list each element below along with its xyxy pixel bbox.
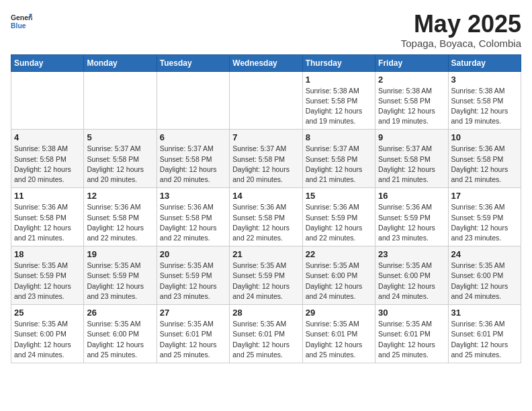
week-row-1: 1Sunrise: 5:38 AM Sunset: 5:58 PM Daylig… — [11, 71, 521, 130]
day-number: 19 — [87, 249, 153, 259]
day-info: Sunrise: 5:35 AM Sunset: 5:59 PM Dayligh… — [232, 261, 299, 302]
day-number: 2 — [378, 75, 445, 85]
calendar-cell: 30Sunrise: 5:35 AM Sunset: 6:01 PM Dayli… — [375, 305, 448, 363]
week-row-5: 25Sunrise: 5:35 AM Sunset: 6:00 PM Dayli… — [11, 305, 521, 363]
calendar-cell: 2Sunrise: 5:38 AM Sunset: 5:58 PM Daylig… — [375, 71, 448, 130]
weekday-header-monday: Monday — [84, 54, 157, 71]
day-info: Sunrise: 5:38 AM Sunset: 5:58 PM Dayligh… — [378, 86, 445, 127]
day-number: 10 — [451, 132, 518, 142]
calendar-cell: 15Sunrise: 5:36 AM Sunset: 5:59 PM Dayli… — [302, 188, 375, 246]
day-number: 7 — [232, 132, 299, 142]
day-info: Sunrise: 5:36 AM Sunset: 5:59 PM Dayligh… — [378, 202, 445, 243]
day-number: 11 — [14, 191, 81, 201]
day-info: Sunrise: 5:35 AM Sunset: 6:00 PM Dayligh… — [451, 261, 518, 302]
day-info: Sunrise: 5:37 AM Sunset: 5:58 PM Dayligh… — [378, 144, 445, 185]
day-number: 9 — [378, 132, 445, 142]
title-block: May 2025 Topaga, Boyaca, Colombia — [401, 11, 521, 49]
day-number: 23 — [378, 249, 445, 259]
day-info: Sunrise: 5:35 AM Sunset: 5:59 PM Dayligh… — [160, 261, 226, 302]
day-number: 17 — [451, 191, 518, 201]
day-info: Sunrise: 5:36 AM Sunset: 5:58 PM Dayligh… — [451, 144, 518, 185]
day-number: 16 — [378, 191, 445, 201]
day-info: Sunrise: 5:36 AM Sunset: 5:58 PM Dayligh… — [232, 202, 299, 243]
day-number: 6 — [160, 132, 226, 142]
day-info: Sunrise: 5:36 AM Sunset: 5:59 PM Dayligh… — [306, 202, 372, 243]
weekday-header-wednesday: Wednesday — [230, 54, 302, 71]
day-info: Sunrise: 5:37 AM Sunset: 5:58 PM Dayligh… — [306, 144, 372, 185]
calendar-cell: 3Sunrise: 5:38 AM Sunset: 5:58 PM Daylig… — [448, 71, 521, 130]
svg-text:General: General — [11, 14, 32, 21]
week-row-3: 11Sunrise: 5:36 AM Sunset: 5:58 PM Dayli… — [11, 188, 521, 246]
svg-text:Blue: Blue — [11, 22, 26, 30]
day-info: Sunrise: 5:38 AM Sunset: 5:58 PM Dayligh… — [306, 86, 372, 127]
page-header: General Blue May 2025 Topaga, Boyaca, Co… — [11, 11, 521, 49]
day-info: Sunrise: 5:35 AM Sunset: 6:01 PM Dayligh… — [306, 319, 372, 360]
calendar-table: SundayMondayTuesdayWednesdayThursdayFrid… — [11, 54, 521, 363]
calendar-cell: 4Sunrise: 5:38 AM Sunset: 5:58 PM Daylig… — [11, 130, 84, 188]
day-info: Sunrise: 5:37 AM Sunset: 5:58 PM Dayligh… — [232, 144, 299, 185]
day-info: Sunrise: 5:35 AM Sunset: 5:59 PM Dayligh… — [87, 261, 153, 302]
day-info: Sunrise: 5:37 AM Sunset: 5:58 PM Dayligh… — [160, 144, 226, 185]
calendar-cell — [84, 71, 157, 130]
week-row-4: 18Sunrise: 5:35 AM Sunset: 5:59 PM Dayli… — [11, 246, 521, 305]
weekday-header-tuesday: Tuesday — [157, 54, 229, 71]
day-info: Sunrise: 5:35 AM Sunset: 6:00 PM Dayligh… — [306, 261, 372, 302]
day-number: 31 — [451, 308, 518, 318]
calendar-cell: 6Sunrise: 5:37 AM Sunset: 5:58 PM Daylig… — [157, 130, 229, 188]
calendar-cell: 1Sunrise: 5:38 AM Sunset: 5:58 PM Daylig… — [302, 71, 375, 130]
calendar-cell: 12Sunrise: 5:36 AM Sunset: 5:58 PM Dayli… — [84, 188, 157, 246]
day-info: Sunrise: 5:38 AM Sunset: 5:58 PM Dayligh… — [451, 86, 518, 127]
calendar-cell: 21Sunrise: 5:35 AM Sunset: 5:59 PM Dayli… — [230, 246, 302, 305]
calendar-cell: 8Sunrise: 5:37 AM Sunset: 5:58 PM Daylig… — [302, 130, 375, 188]
day-info: Sunrise: 5:38 AM Sunset: 5:58 PM Dayligh… — [14, 144, 81, 185]
weekday-header-row: SundayMondayTuesdayWednesdayThursdayFrid… — [11, 54, 521, 71]
day-number: 22 — [306, 249, 372, 259]
location-title: Topaga, Boyaca, Colombia — [401, 38, 521, 49]
day-info: Sunrise: 5:35 AM Sunset: 6:00 PM Dayligh… — [378, 261, 445, 302]
calendar-cell: 18Sunrise: 5:35 AM Sunset: 5:59 PM Dayli… — [11, 246, 84, 305]
calendar-cell: 14Sunrise: 5:36 AM Sunset: 5:58 PM Dayli… — [230, 188, 302, 246]
logo: General Blue — [11, 11, 32, 32]
calendar-cell: 25Sunrise: 5:35 AM Sunset: 6:00 PM Dayli… — [11, 305, 84, 363]
calendar-cell: 13Sunrise: 5:36 AM Sunset: 5:58 PM Dayli… — [157, 188, 229, 246]
day-info: Sunrise: 5:35 AM Sunset: 5:59 PM Dayligh… — [14, 261, 81, 302]
calendar-cell: 19Sunrise: 5:35 AM Sunset: 5:59 PM Dayli… — [84, 246, 157, 305]
day-number: 27 — [160, 308, 226, 318]
month-title: May 2025 — [401, 11, 521, 38]
day-info: Sunrise: 5:35 AM Sunset: 6:01 PM Dayligh… — [232, 319, 299, 360]
calendar-cell: 22Sunrise: 5:35 AM Sunset: 6:00 PM Dayli… — [302, 246, 375, 305]
day-number: 12 — [87, 191, 153, 201]
day-number: 26 — [87, 308, 153, 318]
generalblue-logo-icon: General Blue — [11, 11, 32, 32]
day-number: 8 — [306, 132, 372, 142]
day-number: 1 — [306, 75, 372, 85]
day-number: 21 — [232, 249, 299, 259]
day-info: Sunrise: 5:37 AM Sunset: 5:58 PM Dayligh… — [87, 144, 153, 185]
day-number: 3 — [451, 75, 518, 85]
calendar-cell: 28Sunrise: 5:35 AM Sunset: 6:01 PM Dayli… — [230, 305, 302, 363]
day-info: Sunrise: 5:36 AM Sunset: 5:59 PM Dayligh… — [451, 202, 518, 243]
calendar-cell: 31Sunrise: 5:36 AM Sunset: 6:01 PM Dayli… — [448, 305, 521, 363]
calendar-body: 1Sunrise: 5:38 AM Sunset: 5:58 PM Daylig… — [11, 71, 521, 363]
day-number: 4 — [14, 132, 81, 142]
weekday-header-sunday: Sunday — [11, 54, 84, 71]
calendar-cell: 11Sunrise: 5:36 AM Sunset: 5:58 PM Dayli… — [11, 188, 84, 246]
day-info: Sunrise: 5:36 AM Sunset: 5:58 PM Dayligh… — [87, 202, 153, 243]
calendar-cell — [230, 71, 302, 130]
day-info: Sunrise: 5:35 AM Sunset: 6:01 PM Dayligh… — [160, 319, 226, 360]
calendar-cell: 10Sunrise: 5:36 AM Sunset: 5:58 PM Dayli… — [448, 130, 521, 188]
day-number: 28 — [232, 308, 299, 318]
day-info: Sunrise: 5:36 AM Sunset: 6:01 PM Dayligh… — [451, 319, 518, 360]
calendar-cell: 5Sunrise: 5:37 AM Sunset: 5:58 PM Daylig… — [84, 130, 157, 188]
week-row-2: 4Sunrise: 5:38 AM Sunset: 5:58 PM Daylig… — [11, 130, 521, 188]
day-info: Sunrise: 5:36 AM Sunset: 5:58 PM Dayligh… — [14, 202, 81, 243]
day-number: 25 — [14, 308, 81, 318]
calendar-cell: 9Sunrise: 5:37 AM Sunset: 5:58 PM Daylig… — [375, 130, 448, 188]
calendar-cell: 27Sunrise: 5:35 AM Sunset: 6:01 PM Dayli… — [157, 305, 229, 363]
calendar-cell — [157, 71, 229, 130]
calendar-cell: 16Sunrise: 5:36 AM Sunset: 5:59 PM Dayli… — [375, 188, 448, 246]
calendar-cell: 29Sunrise: 5:35 AM Sunset: 6:01 PM Dayli… — [302, 305, 375, 363]
calendar-cell: 20Sunrise: 5:35 AM Sunset: 5:59 PM Dayli… — [157, 246, 229, 305]
day-info: Sunrise: 5:36 AM Sunset: 5:58 PM Dayligh… — [160, 202, 226, 243]
day-info: Sunrise: 5:35 AM Sunset: 6:00 PM Dayligh… — [14, 319, 81, 360]
